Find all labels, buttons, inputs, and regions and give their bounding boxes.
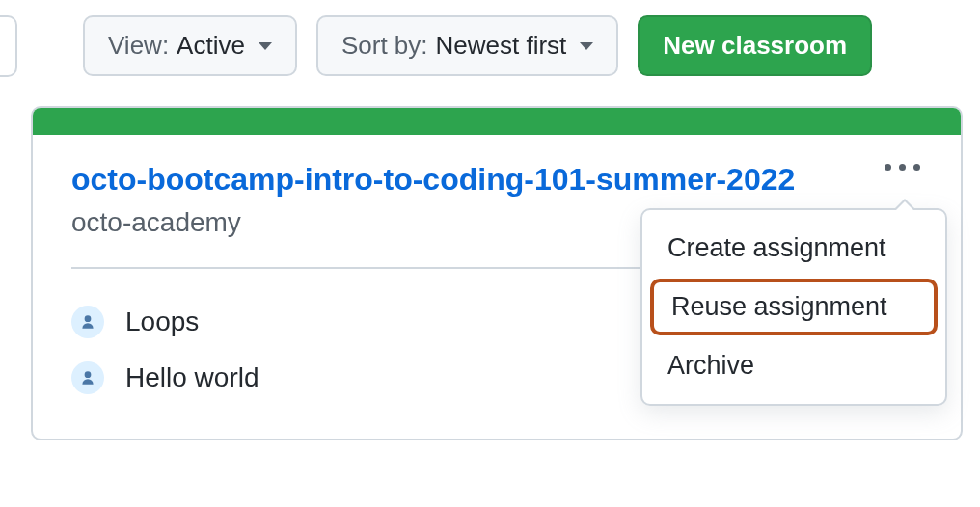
person-icon bbox=[71, 306, 104, 338]
classroom-card: octo-bootcamp-intro-to-coding-101-summer… bbox=[31, 106, 963, 440]
sort-filter-button[interactable]: Sort by: Newest first bbox=[316, 15, 618, 76]
view-filter-prefix: View: bbox=[108, 31, 169, 61]
view-filter-value: Active bbox=[177, 31, 245, 61]
sort-filter-prefix: Sort by: bbox=[341, 31, 428, 61]
new-classroom-label: New classroom bbox=[663, 31, 847, 61]
menu-create-assignment[interactable]: Create assignment bbox=[642, 220, 945, 277]
classroom-title-link[interactable]: octo-bootcamp-intro-to-coding-101-summer… bbox=[71, 162, 795, 198]
classroom-actions-dropdown: Create assignment Reuse assignment Archi… bbox=[640, 208, 947, 406]
sort-filter-value: Newest first bbox=[436, 31, 567, 61]
card-accent-bar bbox=[33, 108, 961, 135]
card-body: octo-bootcamp-intro-to-coding-101-summer… bbox=[33, 135, 961, 439]
view-filter-button[interactable]: View: Active bbox=[83, 15, 297, 76]
new-classroom-button[interactable]: New classroom bbox=[638, 15, 872, 76]
assignment-name: Loops bbox=[125, 307, 199, 337]
kebab-menu-button[interactable] bbox=[877, 156, 928, 178]
search-edge[interactable] bbox=[0, 15, 17, 77]
menu-archive[interactable]: Archive bbox=[642, 337, 945, 394]
caret-down-icon bbox=[580, 42, 593, 50]
menu-reuse-assignment[interactable]: Reuse assignment bbox=[650, 279, 938, 335]
caret-down-icon bbox=[259, 42, 272, 50]
assignment-name: Hello world bbox=[125, 362, 259, 393]
person-icon bbox=[71, 361, 104, 394]
toolbar: View: Active Sort by: Newest first New c… bbox=[0, 0, 980, 93]
